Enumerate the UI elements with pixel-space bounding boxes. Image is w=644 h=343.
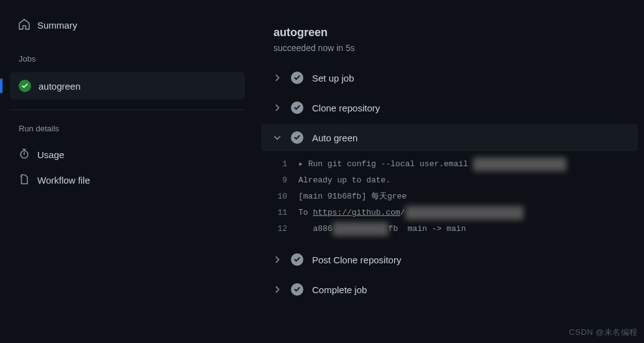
step-name: Set up job [312,73,354,83]
check-complete-icon [291,131,303,144]
log-text: [main 91b68fb] 每天gree [298,190,407,204]
log-line: 11 To https://github.com/xxxxxxxxxxxxxxx… [261,205,638,221]
usage-item[interactable]: Usage [10,142,245,167]
chevron-right-icon [272,73,282,83]
log-text: Already up to date. [298,174,390,187]
log-line-number: 1 [261,157,298,171]
sidebar-job-label: autogreen [39,81,81,92]
step-name: Complete job [312,284,367,295]
redacted: xxxxxxxxxxxxxxxxxxx [405,206,523,220]
log-line-number: 10 [261,190,298,204]
stopwatch-icon [19,148,30,161]
log-line: 10 [main 91b68fb] 每天gree [261,189,638,205]
divider [10,110,245,110]
chevron-right-icon [272,255,282,265]
job-title: autogreen [274,26,625,39]
log-text: To https://github.com/xxxxxxxxxxxxxxxxxx… [298,206,523,220]
log-text: a886xxxxxxxxfb main -> main [298,222,466,236]
step-post-clone-repository[interactable]: Post Clone repository [261,246,638,273]
sidebar: Summary Jobs autogreen Run details Usage… [0,0,255,343]
step-name: Auto green [312,133,357,143]
home-icon [19,19,30,32]
run-details-heading: Run details [10,120,245,137]
steps-list: Set up job Clone repository Auto green 1… [255,64,644,303]
step-name: Clone repository [312,103,380,113]
step-clone-repository[interactable]: Clone repository [261,94,638,121]
check-success-icon [19,80,31,92]
job-header: autogreen succeeded now in 5s [255,10,644,64]
step-complete-job[interactable]: Complete job [261,276,638,303]
chevron-right-icon [272,284,282,294]
log-output: 1 ▸ Run git config --local user.email xx… [261,154,638,246]
log-line: 12 a886xxxxxxxxfb main -> main [261,221,638,237]
step-name: Post Clone repository [312,255,401,265]
watermark: CSDN @未名编程 [569,327,638,338]
summary-label: Summary [37,20,77,31]
sidebar-job-item[interactable]: autogreen [10,72,245,100]
log-text: ▸ Run git config --local user.email xxxx… [298,157,566,171]
chevron-right-icon [272,103,282,113]
log-line: 1 ▸ Run git config --local user.email xx… [261,156,638,172]
check-complete-icon [291,283,303,296]
main-panel: autogreen succeeded now in 5s Set up job… [255,10,644,343]
jobs-heading: Jobs [10,50,245,67]
workflow-file-label: Workflow file [37,175,90,186]
usage-label: Usage [37,149,64,160]
check-complete-icon [291,253,303,266]
redacted: xxxxxxxxxxxxxxx [473,157,566,171]
check-complete-icon [291,101,303,114]
workflow-file-item[interactable]: Workflow file [10,167,245,193]
step-setup-job[interactable]: Set up job [261,64,638,92]
job-subtitle: succeeded now in 5s [274,43,625,53]
step-auto-green[interactable]: Auto green [261,124,638,151]
log-line: 9 Already up to date. [261,172,638,189]
log-line-number: 12 [261,222,298,236]
chevron-down-icon [272,133,282,143]
redacted: xxxxxxxx [333,222,389,236]
log-line-number: 9 [261,174,298,187]
check-complete-icon [291,72,303,84]
log-link[interactable]: https://github.com [313,208,400,217]
summary-nav-item[interactable]: Summary [10,12,245,38]
file-icon [19,174,30,187]
log-line-number: 11 [261,206,298,220]
